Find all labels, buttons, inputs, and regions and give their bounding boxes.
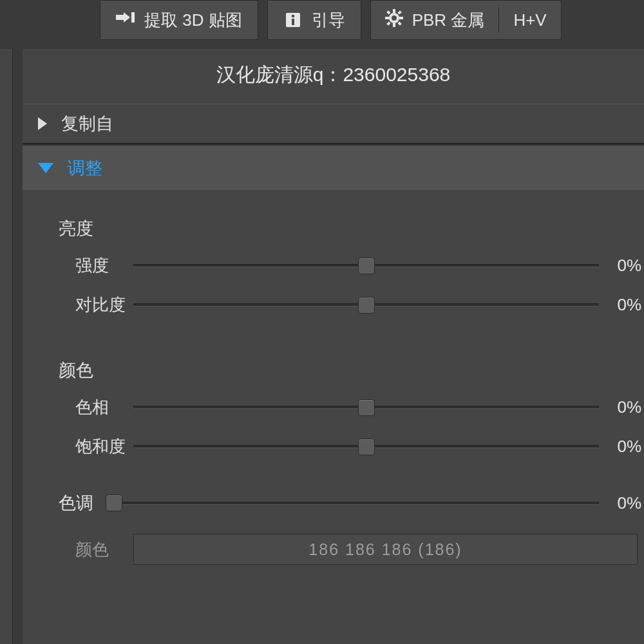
slider-thumb[interactable]	[358, 439, 375, 455]
section-adjust[interactable]: 调整	[23, 146, 644, 190]
svg-rect-7	[385, 17, 389, 19]
svg-rect-8	[399, 17, 403, 19]
slider-thumb[interactable]	[358, 297, 375, 314]
contrast-slider[interactable]	[133, 296, 599, 315]
info-icon	[283, 10, 303, 30]
svg-rect-2	[292, 15, 294, 17]
slider-thumb[interactable]	[106, 495, 122, 511]
extract-3d-button[interactable]: 提取 3D 贴图	[100, 0, 258, 40]
chevron-right-icon	[38, 117, 47, 130]
intensity-slider[interactable]	[133, 256, 599, 276]
svg-rect-11	[386, 21, 390, 25]
chevron-down-icon	[38, 163, 53, 173]
intensity-value: 0%	[605, 256, 644, 276]
color-field-value: 186 186 186 (186)	[308, 540, 462, 559]
pbr-group: PBR 金属 H+V	[370, 0, 562, 40]
hue-row: 色相 0%	[23, 396, 644, 435]
color-field-input[interactable]: 186 186 186 (186)	[133, 534, 638, 565]
section-copy-from-label: 复制自	[61, 112, 113, 135]
contrast-row: 对比度 0%	[23, 294, 644, 333]
intensity-label: 强度	[23, 254, 133, 277]
saturation-label: 饱和度	[23, 435, 133, 458]
import-arrow-icon	[116, 10, 135, 30]
svg-rect-9	[386, 10, 390, 14]
tint-row: 色调 0%	[23, 491, 644, 529]
guide-label: 引导	[312, 9, 345, 32]
tint-value: 0%	[605, 493, 644, 513]
svg-rect-3	[292, 19, 294, 25]
top-toolbar: 提取 3D 贴图 引导 PBR 金属 H+V	[0, 0, 644, 49]
hv-label: H+V	[513, 10, 546, 30]
color-field-row: 颜色 186 186 186 (186)	[23, 529, 644, 565]
hue-value: 0%	[605, 397, 644, 417]
adjust-controls: 亮度 强度 0% 对比度 0% 颜色 色相 0%	[23, 190, 644, 578]
svg-rect-12	[397, 21, 401, 25]
svg-rect-0	[131, 12, 135, 23]
hue-label: 色相	[23, 396, 133, 419]
slider-thumb[interactable]	[358, 258, 375, 274]
section-copy-from[interactable]: 复制自	[23, 104, 644, 143]
panel-title: 汉化庞清源q：2360025368	[23, 49, 644, 104]
color-group-label: 颜色	[23, 350, 644, 396]
saturation-row: 饱和度 0%	[23, 435, 644, 475]
svg-point-4	[390, 14, 398, 22]
left-gutter	[0, 49, 13, 644]
contrast-label: 对比度	[23, 294, 133, 316]
main-panel: 汉化庞清源q：2360025368 复制自 调整 亮度 强度 0% 对比度 0%	[23, 49, 644, 644]
pbr-metal-label: PBR 金属	[412, 9, 485, 32]
slider-thumb[interactable]	[358, 399, 375, 416]
saturation-slider[interactable]	[133, 437, 599, 457]
section-adjust-label: 调整	[68, 156, 102, 180]
tint-slider[interactable]	[106, 493, 599, 513]
intensity-row: 强度 0%	[23, 254, 644, 294]
color-field-label: 颜色	[23, 538, 133, 561]
hue-slider[interactable]	[133, 398, 599, 417]
contrast-value: 0%	[605, 295, 644, 315]
svg-rect-6	[393, 23, 395, 27]
svg-rect-5	[393, 9, 395, 13]
svg-rect-10	[397, 10, 401, 14]
hv-button[interactable]: H+V	[499, 1, 560, 39]
extract-3d-label: 提取 3D 贴图	[144, 9, 242, 32]
guide-button[interactable]: 引导	[267, 0, 361, 40]
gear-icon	[385, 9, 403, 32]
saturation-value: 0%	[605, 437, 644, 457]
pbr-metal-button[interactable]: PBR 金属	[371, 1, 499, 39]
brightness-group-label: 亮度	[23, 208, 644, 254]
